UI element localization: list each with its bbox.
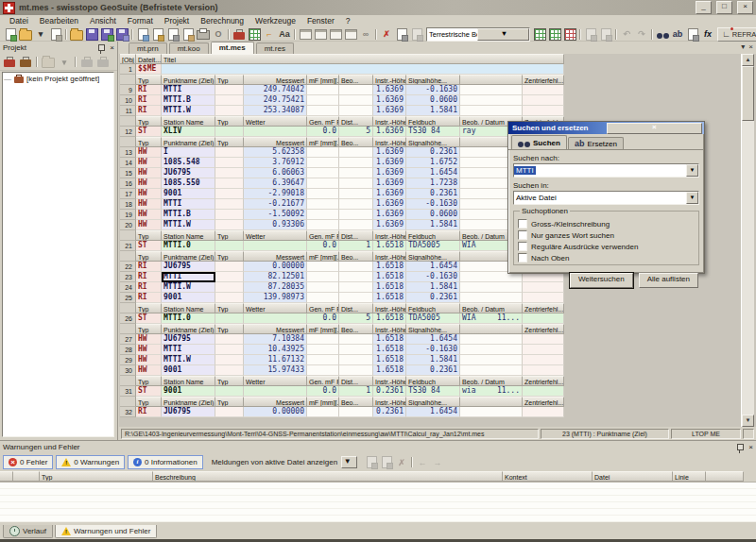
instr-hoehe-cell[interactable]: 1.6518 [373,282,406,293]
tab-mt-mes[interactable]: mt.mes [211,42,254,54]
scope-dropdown-icon[interactable]: ▼ [686,192,698,204]
scroll-down-icon[interactable]: ▼ [742,415,754,427]
mf-cell[interactable] [307,365,339,376]
beob-datum-cell[interactable] [460,85,523,95]
station-name-cell[interactable]: MTTI.0 [162,313,215,324]
wetter-cell[interactable] [244,127,307,137]
window-cascade-icon[interactable] [328,27,343,41]
beo-cell[interactable] [339,355,373,365]
tab-mt-res[interactable]: mt.res [256,42,294,54]
mf-cell[interactable] [307,147,339,158]
mf-cell[interactable] [307,334,339,345]
dialog-close-button[interactable]: × [607,123,703,134]
window-split-icon[interactable] [313,27,328,41]
minimize-button[interactable]: _ [696,1,712,14]
save-icon[interactable] [84,27,99,41]
font-icon[interactable]: Aa [277,27,292,41]
messwert-cell[interactable]: 82.12501 [244,272,307,282]
typ2-cell[interactable] [215,407,244,417]
window-new-icon[interactable] [298,27,313,41]
dialog-tab-ersetzen[interactable]: abErsetzen [568,137,624,149]
messwert-cell[interactable]: 0.00000 [244,262,307,272]
project-icon[interactable] [232,27,247,41]
messwert-cell[interactable]: 3.76912 [244,158,307,168]
warnings-filter-button[interactable]: 0 Warnungen [56,455,125,469]
menu-item-format[interactable]: Format [122,15,159,27]
instr-hoehe-cell[interactable]: 1.6518 [373,334,406,345]
zentrierfehler-cell[interactable] [523,313,564,324]
instr-hoehe-cell[interactable]: 1.6369 [373,85,406,95]
typ2-cell[interactable] [215,168,244,178]
typ2-cell[interactable] [215,313,244,324]
beo-cell[interactable] [339,85,373,95]
sheet-green-2-icon[interactable] [547,27,562,41]
mf-cell[interactable] [307,95,339,106]
pin-icon[interactable] [98,44,105,51]
signalhoehe-cell[interactable]: 1.6454 [406,334,460,345]
beo-cell[interactable] [339,158,373,168]
beo-cell[interactable] [339,199,373,210]
beo-cell[interactable] [339,293,373,303]
beo-cell[interactable] [339,334,373,345]
typ2-cell[interactable] [215,127,244,137]
new-document-icon[interactable] [3,27,18,41]
beo-cell[interactable] [339,365,373,376]
signalhoehe-cell[interactable]: 0.2361 [406,293,460,303]
point-name-cell[interactable]: MTTI [162,345,215,355]
typ-cell[interactable]: HW [136,199,162,210]
signalhoehe-cell[interactable]: 1.7238 [406,178,460,189]
zentrierfehler-cell[interactable] [523,95,564,106]
mf-cell[interactable] [307,272,339,282]
typ-cell[interactable]: HW [136,210,162,220]
typ-cell[interactable]: RI [136,262,162,272]
zentrierfehler-cell[interactable] [523,407,564,417]
beob-datum-cell[interactable] [460,407,523,417]
point-name-cell[interactable]: JU6795 [162,334,215,345]
typ-cell[interactable]: HW [136,355,162,365]
paste-icon[interactable] [180,27,196,41]
zentrierfehler-cell[interactable] [523,355,564,365]
mf-cell[interactable] [307,158,339,168]
typ-cell[interactable]: ST [136,386,162,397]
instr-hoehe-cell[interactable]: 1.6369 [373,95,406,106]
messages-combo-dropdown-icon[interactable]: ▼ [341,456,357,468]
file-type-cell[interactable]: $$ME [136,64,162,75]
typ-cell[interactable]: RI [136,407,162,417]
save-all-icon[interactable] [114,27,129,41]
fx-icon[interactable]: fx [700,27,715,41]
typ2-cell[interactable] [215,189,244,199]
document-icon[interactable] [685,27,700,41]
tab-mt-prn[interactable]: mt.prn [129,42,167,54]
instr-hoehe-cell[interactable]: 0.2361 [373,386,406,397]
save-as-icon[interactable] [99,27,114,41]
zentrierfehler-cell[interactable] [523,386,564,397]
point-name-cell[interactable]: I [162,147,215,158]
typ2-cell[interactable] [215,386,244,397]
typ2-cell[interactable] [215,334,244,345]
beob-datum-cell[interactable] [460,365,523,376]
typ-cell[interactable]: ST [136,313,162,324]
mf-cell[interactable] [307,407,339,417]
combo-dropdown-icon[interactable]: ▼ [477,28,529,41]
messwert-cell[interactable]: 253.34087 [244,106,307,116]
messwert-cell[interactable]: 0.93306 [244,220,307,230]
beob-datum-cell[interactable] [460,345,523,355]
mf-cell[interactable] [307,85,339,95]
beob-datum-cell[interactable] [460,334,523,345]
project-panel-close-icon[interactable]: × [110,44,114,52]
zentrierfehler-cell[interactable] [523,345,564,355]
menu-item-help[interactable]: ? [340,15,356,27]
mf-cell[interactable] [307,106,339,116]
typ-cell[interactable]: HW [136,334,162,345]
typ-cell[interactable]: HW [136,365,162,376]
instr-hoehe-cell[interactable]: 1.6369 [373,168,406,178]
menu-item-fenster[interactable]: Fenster [301,15,340,27]
sheet-green-1-icon[interactable] [532,27,547,41]
mf-cell[interactable] [307,345,339,355]
messwert-cell[interactable]: 249.74042 [244,85,307,95]
gen-mf-cell[interactable]: 0.0 [307,241,339,251]
messwert-cell[interactable]: -0.21677 [244,199,307,210]
dist-cell[interactable]: 5 [339,313,373,324]
signalhoehe-cell[interactable]: 1.5841 [406,220,460,230]
window-tile-icon[interactable] [343,27,358,41]
